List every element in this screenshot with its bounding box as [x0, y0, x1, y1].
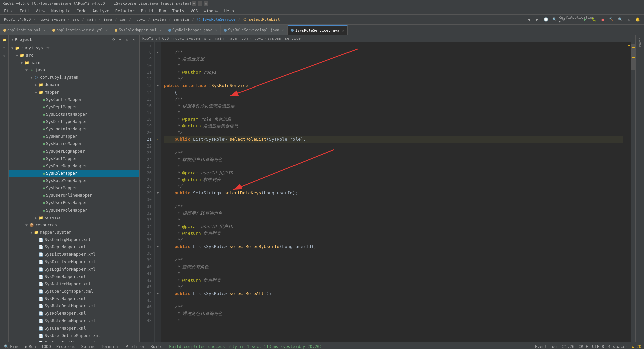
tree-item-java[interactable]: ▼ ☕ java — [9, 66, 139, 74]
tree-item-mapper[interactable]: ▼ 📁 mapper — [9, 89, 139, 96]
tree-item-syspostmapper[interactable]: ● SysPostMapper — [9, 155, 139, 162]
favorites-tab-button[interactable]: ★ — [1, 52, 8, 59]
fold-arrow-44[interactable]: ▼ — [157, 292, 159, 295]
nav-recent-button[interactable]: 🕐 — [542, 16, 550, 23]
fold-arrow-37[interactable]: ▼ — [157, 245, 159, 248]
tree-item-sysoperlogmapper[interactable]: ● SysOperLogMapper — [9, 148, 139, 155]
bc-src[interactable]: src — [204, 36, 211, 41]
menu-vcs[interactable]: VCS — [188, 8, 201, 14]
run-bottom-button[interactable]: ▶ Run — [24, 344, 37, 349]
bc-module[interactable]: ruoyi-system — [173, 36, 200, 41]
search-button[interactable]: 🔍 — [616, 16, 624, 23]
menu-build[interactable]: Build — [138, 8, 156, 14]
tree-item-src[interactable]: ▼ 📁 src — [9, 52, 139, 59]
problems-button[interactable]: Problems — [55, 344, 77, 349]
close-tab-druid[interactable]: ✕ — [106, 28, 108, 32]
tree-item-syspostmapper-xml[interactable]: 📄 SysPostMapper.xml — [9, 295, 139, 302]
close-tab-impl[interactable]: ✕ — [282, 28, 284, 32]
tab-isysroleservice[interactable]: ISysRoleService.java ✕ — [288, 25, 348, 35]
search-everywhere-button[interactable]: 🔍 — [551, 16, 558, 23]
nav-module[interactable]: ruoyi-system — [37, 17, 66, 22]
tree-item-sysrolemapper-xml[interactable]: 📄 SysRoleMapper.xml — [9, 310, 139, 317]
menu-view[interactable]: View — [33, 8, 48, 14]
tree-item-sysdeptmapper[interactable]: ● SysDeptMapper — [9, 103, 139, 111]
tree-item-ruoyi-system[interactable]: ▼ 📁 ruoyi-system — [9, 44, 139, 52]
tree-item-sysuserrolemapper[interactable]: ● SysUserRoleMapper — [9, 207, 139, 214]
tree-item-mapper-system[interactable]: ▼ 📁 mapper.system — [9, 229, 139, 236]
tab-application-druid-yml[interactable]: application-druid.yml ✕ — [49, 25, 111, 35]
tab-sysrolemapper-java[interactable]: SysRoleMapper.java ✕ — [165, 25, 221, 35]
warning-count-display[interactable]: ▲ 20 — [632, 344, 641, 349]
tree-item-domain[interactable]: ▶ 📁 domain — [9, 81, 139, 89]
tree-item-sysnoticemapper[interactable]: ● SysNoticeMapper — [9, 140, 139, 148]
minimize-button[interactable]: ─ — [192, 1, 196, 6]
tree-item-main[interactable]: ▼ 📁 main — [9, 59, 139, 66]
encoding-display[interactable]: UTF-8 — [592, 344, 604, 349]
tree-item-sysrolemapper[interactable]: ● SysRoleMapper — [9, 170, 139, 177]
nav-interface[interactable]: ⬡ ISysRoleService — [196, 17, 237, 22]
tree-item-sysdictdatamapper-xml[interactable]: 📄 SysDictDataMapper.xml — [9, 251, 139, 258]
structure-tab-button[interactable]: ≡ — [1, 44, 8, 51]
bc-ruoyi[interactable]: ruoyi — [252, 36, 263, 41]
menu-edit[interactable]: Edit — [17, 8, 32, 14]
settings-icon[interactable]: ⚙ — [124, 37, 130, 42]
line-col-display[interactable]: 21:26 — [562, 344, 574, 349]
tree-item-sysroledeptmapper[interactable]: ● SysRoleDeptMapper — [9, 162, 139, 170]
nav-system[interactable]: system — [151, 17, 167, 22]
scrollbar[interactable] — [631, 42, 635, 342]
menu-refactor[interactable]: Refactor — [113, 8, 138, 14]
indent-display[interactable]: 4 spaces — [608, 344, 628, 349]
run-button[interactable]: ▶ — [582, 16, 589, 23]
tree-item-resources[interactable]: ▼ 📦 resources — [9, 221, 139, 229]
tree-item-sysrolemenumapper-xml[interactable]: 📄 SysRoleMenuMapper.xml — [9, 317, 139, 325]
event-log-button[interactable]: Event Log — [534, 344, 558, 349]
tree-item-sysconfigmapper-xml[interactable]: 📄 SysConfigMapper.xml — [9, 236, 139, 243]
tree-item-sysuseronlinemapper-xml[interactable]: 📄 SysUserOnlineMapper.xml — [9, 332, 139, 339]
menu-run[interactable]: Run — [156, 8, 169, 14]
menu-window[interactable]: Window — [201, 8, 221, 14]
profiler-button[interactable]: Profiler — [124, 344, 147, 349]
tree-item-sysdicttypemapper-xml[interactable]: 📄 SysDictTypeMapper.xml — [9, 258, 139, 266]
nav-back-button[interactable]: ◀ — [525, 16, 532, 23]
stop-button[interactable]: ■ — [599, 16, 606, 23]
bc-service[interactable]: service — [285, 36, 301, 41]
tree-item-sysusermapper-xml[interactable]: 📄 SysUserMapper.xml — [9, 325, 139, 332]
menu-code[interactable]: Code — [74, 8, 89, 14]
menu-file[interactable]: File — [1, 8, 16, 14]
tree-item-sysconfigmapper[interactable]: ● SysConfigMapper — [9, 96, 139, 103]
find-button[interactable]: 🔍 Find — [3, 344, 21, 349]
tab-application-yml[interactable]: application.yml ✕ — [0, 25, 49, 35]
tree-item-sysoperlogmapper-xml[interactable]: 📄 SysOperLogMapper.xml — [9, 288, 139, 295]
tree-item-sysdeptmapper-xml[interactable]: 📄 SysDeptMapper.xml — [9, 243, 139, 251]
bc-java[interactable]: java — [228, 36, 237, 41]
bc-main[interactable]: main — [215, 36, 224, 41]
tree-item-sysmenumapper-xml[interactable]: 📄 SysMenuMapper.xml — [9, 273, 139, 280]
close-tab-mapper-xml[interactable]: ✕ — [159, 28, 161, 32]
build-bottom-button[interactable]: Build — [149, 344, 164, 349]
bc-version[interactable]: RuoYi-v4.6.0 — [142, 36, 169, 41]
tab-sysrolemapper-xml[interactable]: SysRoleMapper.xml ✕ — [111, 25, 165, 35]
tree-item-sysdicttypemapper[interactable]: ● SysDictTypeMapper — [9, 118, 139, 125]
nav-main[interactable]: main — [86, 17, 97, 22]
tree-item-sysuserpostmapper-xml[interactable]: 📄 SysUserPostMapper.xml — [9, 339, 139, 342]
fold-arrow-8[interactable]: ▼ — [157, 51, 159, 54]
fold-arrow-13[interactable]: ▼ — [157, 84, 159, 88]
tree-item-sysloginformapper[interactable]: ● SysLoginforMapper — [9, 125, 139, 133]
collapse-all-icon[interactable]: ≡ — [118, 37, 123, 42]
nav-method[interactable]: ⬡ selectRoleList — [242, 17, 281, 22]
tree-item-sysnoticemapper-xml[interactable]: 📄 SysNoticeMapper.xml — [9, 280, 139, 288]
close-tab-interface[interactable]: ✕ — [342, 28, 344, 32]
menu-analyze[interactable]: Analyze — [90, 8, 112, 14]
tree-item-sysmenumapper[interactable]: ● SysMenuMapper — [9, 133, 139, 140]
debug-button[interactable]: 🐛 — [590, 16, 598, 23]
gear-button[interactable]: ⚙ — [625, 16, 633, 23]
nav-ruoyi[interactable]: ruoyi — [132, 17, 146, 22]
bc-com[interactable]: com — [241, 36, 248, 41]
tree-item-service-folder[interactable]: ▶ 📁 service — [9, 214, 139, 221]
tree-item-sysrolemenumapper[interactable]: ● SysRoleMenuMapper — [9, 177, 139, 184]
nav-java[interactable]: java — [102, 17, 114, 22]
menu-tools[interactable]: Tools — [170, 8, 187, 14]
close-tab-mapper-java[interactable]: ✕ — [215, 28, 217, 32]
tab-sysroleserviceimpl[interactable]: SysRoleServiceImpl.java ✕ — [221, 25, 287, 35]
tree-item-sysroledeptmapper-xml[interactable]: 📄 SysRoleDeptMapper.xml — [9, 302, 139, 310]
